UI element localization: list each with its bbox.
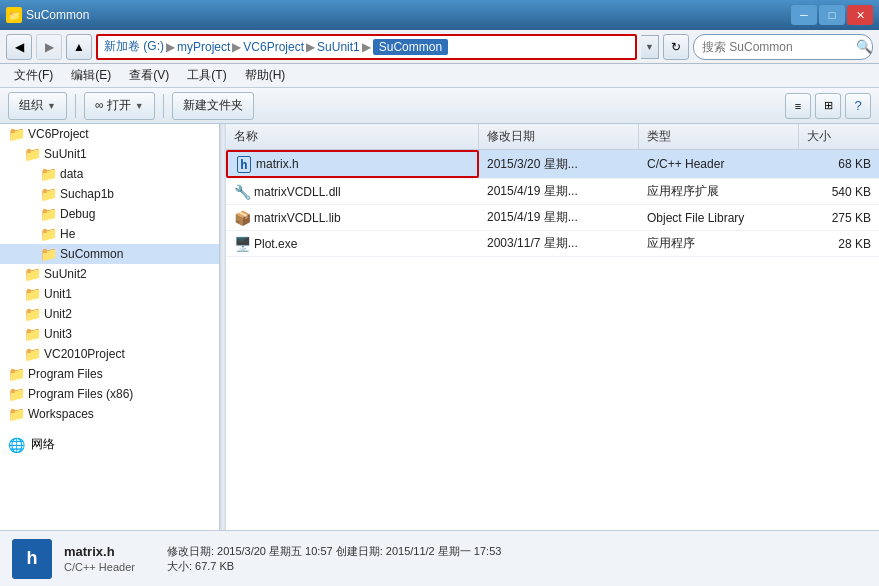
open-label: ∞ 打开 [95,97,131,114]
maximize-button[interactable]: □ [819,5,845,25]
address-bar: ◀ ▶ ▲ 新加卷 (G:) ▶ myProject ▶ VC6Project … [0,30,879,64]
open-arrow: ▼ [135,101,144,111]
menu-tools[interactable]: 工具(T) [179,65,234,86]
tree-item[interactable]: 📁SuUnit1 [0,144,219,164]
tree-label: SuUnit1 [44,147,87,161]
new-folder-button[interactable]: 新建文件夹 [172,92,254,120]
tree-item[interactable]: 📁Unit3 [0,324,219,344]
tree-label: SuUnit2 [44,267,87,281]
title-bar-buttons: ─ □ ✕ [791,5,873,25]
file-type-icon: 📦 [234,210,250,226]
tree-item[interactable]: 📁VC6Project [0,124,219,144]
folder-icon: 📁 [24,307,40,321]
file-type-cell: 应用程序 [639,231,799,256]
tree-item[interactable]: 📁SuUnit2 [0,264,219,284]
breadcrumb-myproject[interactable]: myProject [177,40,230,54]
tree-item[interactable]: 📁data [0,164,219,184]
tree-item[interactable]: 📁Debug [0,204,219,224]
minimize-button[interactable]: ─ [791,5,817,25]
new-folder-label: 新建文件夹 [183,97,243,114]
tree-label: Program Files (x86) [28,387,133,401]
organize-label: 组织 [19,97,43,114]
folder-icon: 📁 [40,187,56,201]
file-type-cell: Object File Library [639,205,799,230]
tree-label: VC2010Project [44,347,125,361]
breadcrumb-current[interactable]: SuCommon [373,39,448,55]
breadcrumb-dropdown[interactable]: ▼ [641,35,659,59]
back-button[interactable]: ◀ [6,34,32,60]
view-details-button[interactable]: ⊞ [815,93,841,119]
col-type[interactable]: 类型 [639,124,799,149]
tree-item[interactable]: 📁Workspaces [0,404,219,424]
tree-item[interactable]: 📁Suchap1b [0,184,219,204]
status-bar: h matrix.h C/C++ Header 修改日期: 2015/3/20 … [0,530,879,586]
file-size-cell: 540 KB [799,179,879,204]
open-button[interactable]: ∞ 打开 ▼ [84,92,155,120]
file-type-icon: h [236,156,252,172]
folder-icon: 📁 [40,227,56,241]
folder-icon: 📁 [24,147,40,161]
tree-item[interactable]: 📁Unit1 [0,284,219,304]
menu-edit[interactable]: 编辑(E) [63,65,119,86]
menu-file[interactable]: 文件(F) [6,65,61,86]
tree-item[interactable]: 📁Program Files (x86) [0,384,219,404]
breadcrumb-suunit1[interactable]: SuUnit1 [317,40,360,54]
tree-item[interactable]: 📁SuCommon [0,244,219,264]
tree-label: He [60,227,75,241]
tree-label: Workspaces [28,407,94,421]
tree-item[interactable]: 📁VC2010Project [0,344,219,364]
menu-bar: 文件(F) 编辑(E) 查看(V) 工具(T) 帮助(H) [0,64,879,88]
col-date[interactable]: 修改日期 [479,124,639,149]
menu-view[interactable]: 查看(V) [121,65,177,86]
file-type-icon: 🔧 [234,184,250,200]
organize-button[interactable]: 组织 ▼ [8,92,67,120]
status-file-name: matrix.h [64,544,135,559]
file-date-cell: 2015/4/19 星期... [479,205,639,230]
search-input[interactable] [702,40,852,54]
folder-icon: 📁 [24,267,40,281]
close-button[interactable]: ✕ [847,5,873,25]
help-button[interactable]: ? [845,93,871,119]
status-details: 修改日期: 2015/3/20 星期五 10:57 创建日期: 2015/11/… [167,544,501,574]
toolbar-separator-1 [75,94,76,118]
refresh-button[interactable]: ↻ [663,34,689,60]
table-row[interactable]: 🖥️Plot.exe2003/11/7 星期...应用程序28 KB [226,231,879,257]
folder-icon: 📁 [24,287,40,301]
folder-icon: 📁 [24,347,40,361]
col-size[interactable]: 大小 [799,124,879,149]
up-button[interactable]: ▲ [66,34,92,60]
table-row[interactable]: 📦matrixVCDLL.lib2015/4/19 星期...Object Fi… [226,205,879,231]
breadcrumb-bar: 新加卷 (G:) ▶ myProject ▶ VC6Project ▶ SuUn… [96,34,637,60]
network-item[interactable]: 🌐 网络 [0,432,219,457]
tree-item[interactable]: 📁He [0,224,219,244]
search-icon[interactable]: 🔍 [856,39,872,54]
folder-icon: 📁 [40,247,56,261]
file-name-cell: 🔧matrixVCDLL.dll [226,179,479,204]
breadcrumb-vc6project[interactable]: VC6Project [243,40,304,54]
file-date-cell: 2015/4/19 星期... [479,179,639,204]
network-icon: 🌐 [8,437,25,453]
file-name: matrix.h [256,157,299,171]
col-name[interactable]: 名称 [226,124,479,149]
left-panel: 📁VC6Project📁SuUnit1📁data📁Suchap1b📁Debug📁… [0,124,220,530]
table-row[interactable]: 🔧matrixVCDLL.dll2015/4/19 星期...应用程序扩展540… [226,179,879,205]
folder-icon: 📁 [8,407,24,421]
table-row[interactable]: hmatrix.h2015/3/20 星期...C/C++ Header68 K… [226,150,879,179]
file-list: hmatrix.h2015/3/20 星期...C/C++ Header68 K… [226,150,879,530]
file-name-cell: hmatrix.h [226,150,479,178]
folder-icon: 📁 [8,127,24,141]
file-date-cell: 2003/11/7 星期... [479,231,639,256]
file-name: Plot.exe [254,237,297,251]
tree-item[interactable]: 📁Unit2 [0,304,219,324]
tree-label: Suchap1b [60,187,114,201]
toolbar-separator-2 [163,94,164,118]
menu-help[interactable]: 帮助(H) [237,65,294,86]
breadcrumb-drive[interactable]: 新加卷 (G:) [104,38,164,55]
tree-item[interactable]: 📁Program Files [0,364,219,384]
forward-button[interactable]: ▶ [36,34,62,60]
view-list-button[interactable]: ≡ [785,93,811,119]
tree-label: data [60,167,83,181]
file-size-cell: 68 KB [799,150,879,178]
tree-label: Debug [60,207,95,221]
status-file-type: C/C++ Header [64,561,135,573]
